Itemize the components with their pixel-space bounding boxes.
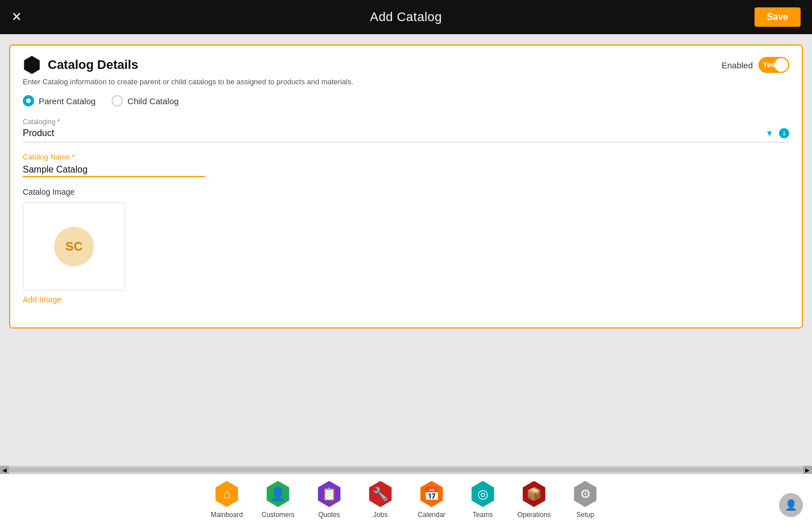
- save-button[interactable]: Save: [755, 7, 801, 27]
- nav-label-calendar: Calendar: [418, 511, 446, 519]
- customers-icon: 👤: [270, 487, 286, 502]
- nav-label-customers: Customers: [261, 511, 294, 519]
- avatar[interactable]: 👤: [779, 493, 803, 517]
- enabled-label: Enabled: [722, 60, 753, 70]
- customers-icon-wrap: 👤: [265, 481, 291, 507]
- setup-icon: ⚙: [580, 487, 591, 502]
- radio-row: Parent Catalog Child Catalog: [23, 95, 789, 106]
- catalog-name-field-group: Catalog Name *: [23, 153, 789, 177]
- cataloging-value: Product: [23, 128, 760, 138]
- parent-catalog-radio-circle: [23, 95, 34, 106]
- scroll-track[interactable]: [9, 467, 803, 472]
- calendar-icon-wrap: 📅: [419, 481, 445, 507]
- mainboard-icon-wrap: ⌂: [214, 481, 240, 507]
- card-description: Enter Catalog information to create pare…: [23, 77, 789, 86]
- header: ✕ Add Catalog Save: [0, 0, 812, 34]
- catalog-name-label: Catalog Name *: [23, 153, 789, 161]
- info-icon[interactable]: i: [779, 128, 789, 138]
- nav-label-operations: Operations: [517, 511, 551, 519]
- child-catalog-radio[interactable]: Child Catalog: [112, 95, 179, 106]
- scroll-right-arrow[interactable]: ▶: [803, 466, 812, 474]
- mainboard-icon: ⌂: [223, 487, 230, 502]
- nav-item-setup[interactable]: ⚙ Setup: [560, 481, 611, 519]
- cataloging-label: Cataloging *: [23, 118, 789, 126]
- nav-item-operations[interactable]: 📦 Operations: [509, 481, 560, 519]
- cataloging-field-group: Cataloging * Product ▼ i: [23, 118, 789, 142]
- nav-item-calendar[interactable]: 📅 Calendar: [406, 481, 457, 519]
- main-content: Catalog Details Enabled Yes Enter Catalo…: [0, 34, 812, 466]
- jobs-icon-wrap: 🔧: [368, 481, 394, 507]
- bottom-nav: ⌂ Mainboard 👤 Customers 📋 Quotes 🔧 Jobs …: [0, 474, 812, 525]
- nav-item-teams[interactable]: ◎ Teams: [457, 481, 509, 519]
- child-catalog-radio-circle: [112, 95, 123, 106]
- teams-icon-wrap: ◎: [470, 481, 496, 507]
- enabled-toggle[interactable]: Yes: [759, 57, 789, 73]
- parent-catalog-radio[interactable]: Parent Catalog: [23, 95, 96, 106]
- teams-icon: ◎: [477, 487, 488, 502]
- page-title: Add Catalog: [370, 10, 442, 24]
- horizontal-scrollbar[interactable]: ◀ ▶: [0, 466, 812, 474]
- catalog-card: Catalog Details Enabled Yes Enter Catalo…: [9, 44, 803, 329]
- catalog-image-label: Catalog Image: [23, 187, 789, 196]
- jobs-icon: 🔧: [373, 487, 388, 502]
- nav-label-mainboard: Mainboard: [211, 511, 243, 519]
- nav-label-jobs: Jobs: [373, 511, 388, 519]
- nav-label-setup: Setup: [576, 511, 594, 519]
- catalog-image-box[interactable]: SC: [23, 202, 125, 290]
- setup-icon-wrap: ⚙: [572, 481, 599, 507]
- toggle-yes-label: Yes: [763, 61, 775, 69]
- cataloging-select[interactable]: Product ▼ i: [23, 128, 789, 142]
- catalog-name-input[interactable]: [23, 163, 205, 177]
- operations-icon-wrap: 📦: [521, 481, 547, 507]
- nav-item-customers[interactable]: 👤 Customers: [253, 481, 304, 519]
- close-button[interactable]: ✕: [11, 11, 22, 23]
- nav-label-teams: Teams: [473, 511, 493, 519]
- card-header: Catalog Details Enabled Yes: [23, 56, 789, 74]
- nav-item-jobs[interactable]: 🔧 Jobs: [355, 481, 406, 519]
- nav-item-quotes[interactable]: 📋 Quotes: [304, 481, 355, 519]
- parent-catalog-label: Parent Catalog: [39, 96, 96, 106]
- nav-label-quotes: Quotes: [318, 511, 340, 519]
- dropdown-arrow-icon: ▼: [765, 129, 773, 138]
- toggle-knob: [774, 58, 788, 72]
- image-placeholder: SC: [54, 227, 94, 266]
- operations-icon: 📦: [526, 487, 542, 502]
- catalog-image-field-group: Catalog Image SC Add Image: [23, 187, 789, 305]
- child-catalog-label: Child Catalog: [127, 96, 179, 106]
- nav-item-mainboard[interactable]: ⌂ Mainboard: [201, 481, 253, 519]
- card-title: Catalog Details: [48, 58, 138, 72]
- catalog-icon: [23, 56, 41, 74]
- calendar-icon: 📅: [424, 487, 439, 502]
- scroll-left-arrow[interactable]: ◀: [0, 466, 9, 474]
- card-title-row: Catalog Details: [23, 56, 138, 74]
- add-image-link[interactable]: Add Image: [23, 295, 61, 304]
- enabled-row: Enabled Yes: [722, 57, 789, 73]
- quotes-icon: 📋: [321, 487, 337, 502]
- quotes-icon-wrap: 📋: [316, 481, 343, 507]
